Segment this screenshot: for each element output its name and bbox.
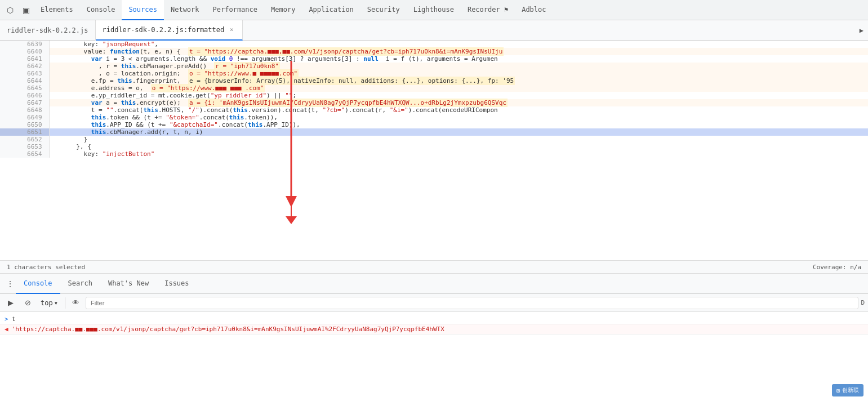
line-number: 6641	[0, 55, 49, 63]
devtools-tab-bar: ⬡ ▣ Elements Console Sources Network Per…	[0, 0, 868, 20]
code-line-6641: 6641 var i = 3 < arguments.length && voi…	[0, 55, 868, 63]
watermark-icon: ⊠	[836, 387, 840, 394]
tab-sources[interactable]: Sources	[122, 0, 164, 20]
file-tab-label: riddler-sdk-0.2.2.js	[7, 26, 88, 34]
execute-btn[interactable]: ▶	[3, 296, 18, 310]
line-content: this.cbManager.add(r, t, n, i)	[49, 128, 868, 136]
tab-recorder[interactable]: Recorder ⚑	[461, 0, 515, 20]
line-number: 6642	[0, 63, 49, 70]
tab-network[interactable]: Network	[164, 0, 206, 20]
tab-elements[interactable]: Elements	[34, 0, 80, 20]
line-number: 6645	[0, 84, 49, 92]
line-number: 6646	[0, 92, 49, 99]
console-input-prompt: >	[5, 315, 8, 323]
code-line-6650: 6650 this.APP_ID && (t += "&captchaId=".…	[0, 121, 868, 128]
line-number: 6647	[0, 99, 49, 106]
selection-status: 1 characters selected	[7, 264, 85, 271]
line-number: 6649	[0, 114, 49, 121]
line-content: this.token && (t += "&token=".concat(thi…	[49, 114, 868, 121]
line-number: 6639	[0, 41, 49, 48]
line-content: e.address = o, o = "https://www.■■■ ■■■ …	[49, 84, 868, 92]
tab-security[interactable]: Security	[360, 0, 407, 20]
file-tab-close-btn[interactable]: ×	[228, 26, 235, 34]
tab-performance[interactable]: Performance	[206, 0, 264, 20]
code-line-6640: 6640 value: function(t, e, n) { t = "htt…	[0, 48, 868, 55]
bottom-tab-bar: ⋮ Console Search What's New Issues	[0, 274, 868, 294]
device-icon[interactable]: ▣	[18, 2, 34, 18]
context-label: top	[41, 299, 53, 307]
default-levels-label: D	[861, 299, 865, 306]
code-line-6642: 6642 , r = this.cbManager.preAdd() r = "…	[0, 63, 868, 70]
bottom-tab-menu-btn[interactable]: ⋮	[5, 274, 16, 294]
line-content: , r = this.cbManager.preAdd() r = "iph71…	[49, 63, 868, 70]
console-result-line: ◀ 'https://captcha.■■.■■■.com/v1/jsonp/c…	[0, 324, 868, 335]
file-tab-unformatted[interactable]: riddler-sdk-0.2.2.js	[0, 20, 96, 41]
console-toolbar: ▶ ⊘ top ▾ 👁 D	[0, 294, 868, 312]
context-dropdown-icon: ▾	[54, 299, 58, 307]
watermark: ⊠ 创新联	[832, 384, 863, 396]
file-tab-bar: riddler-sdk-0.2.2.js riddler-sdk-0.2.2.j…	[0, 20, 868, 41]
code-line-6645: 6645 e.address = o, o = "https://www.■■■…	[0, 84, 868, 92]
tab-adblock[interactable]: Adbloc	[515, 0, 553, 20]
line-number: 6644	[0, 77, 49, 84]
eye-btn[interactable]: 👁	[69, 296, 83, 310]
clear-console-btn[interactable]: ⊘	[20, 296, 35, 310]
line-number: 6653	[0, 143, 49, 150]
tab-application[interactable]: Application	[302, 0, 360, 20]
code-editor: 6639 key: "jsonpRequest", 6640 value: fu…	[0, 41, 868, 260]
code-line-6651: 6651 this.cbManager.add(r, t, n, i)	[0, 128, 868, 136]
code-line-6647: 6647 var a = this.encrypt(e); a = {i: 'm…	[0, 99, 868, 106]
code-line-6654: 6654 key: "injectButton"	[0, 150, 868, 158]
line-number: 6643	[0, 70, 49, 77]
context-selector[interactable]: top ▾	[37, 298, 61, 308]
toolbar-divider	[65, 297, 65, 309]
tab-memory[interactable]: Memory	[264, 0, 302, 20]
watermark-box: ⊠ 创新联	[832, 384, 863, 396]
console-tab-label: Console	[24, 279, 52, 287]
console-output: > t ◀ 'https://captcha.■■.■■■.com/v1/jso…	[0, 312, 868, 385]
console-input-line: > t	[0, 314, 868, 324]
line-number: 6654	[0, 150, 49, 158]
code-scroll-area[interactable]: 6639 key: "jsonpRequest", 6640 value: fu…	[0, 41, 868, 260]
line-content: var i = 3 < arguments.length && void 0 !…	[49, 55, 868, 63]
console-filter-input[interactable]	[86, 297, 858, 309]
console-result-prompt: ◀	[5, 326, 8, 333]
line-content: }, {	[49, 143, 868, 150]
code-line-6648: 6648 t = "".concat(this.HOSTS, "/").conc…	[0, 106, 868, 114]
tab-lighthouse[interactable]: Lighthouse	[407, 0, 461, 20]
issues-tab-label: Issues	[164, 279, 189, 287]
file-tab-formatted-label: riddler-sdk-0.2.2.js:formatted	[103, 26, 225, 34]
line-number: 6650	[0, 121, 49, 128]
line-content: }	[49, 136, 868, 143]
line-number: 6652	[0, 136, 49, 143]
line-content: key: "injectButton"	[49, 150, 868, 158]
line-number: 6648	[0, 106, 49, 114]
tab-console-bottom[interactable]: Console	[16, 274, 60, 294]
code-line-6649: 6649 this.token && (t += "&token=".conca…	[0, 114, 868, 121]
coverage-status: Coverage: n/a	[813, 264, 861, 271]
code-line-6644: 6644 e.fp = this.fingerprint, e = {brows…	[0, 77, 868, 84]
tab-whatsnew-bottom[interactable]: What's New	[100, 274, 157, 294]
line-number: 6651	[0, 128, 49, 136]
watermark-text: 创新联	[842, 386, 859, 394]
whatsnew-tab-label: What's New	[108, 279, 149, 287]
file-tab-formatted[interactable]: riddler-sdk-0.2.2.js:formatted ×	[96, 20, 243, 41]
line-content: var a = this.encrypt(e); a = {i: 'mAnK9g…	[49, 99, 868, 106]
file-tab-forward-arrow[interactable]: ▶	[855, 26, 868, 34]
console-input-text: t	[12, 315, 16, 323]
code-line-6653: 6653 }, {	[0, 143, 868, 150]
line-content: this.APP_ID && (t += "&captchaId=".conca…	[49, 121, 868, 128]
code-table: 6639 key: "jsonpRequest", 6640 value: fu…	[0, 41, 868, 158]
line-content: value: function(t, e, n) { t = "https://…	[49, 48, 868, 55]
tab-console[interactable]: Console	[80, 0, 122, 20]
tab-issues-bottom[interactable]: Issues	[157, 274, 197, 294]
status-bar: 1 characters selected Coverage: n/a	[0, 260, 868, 274]
line-content: t = "".concat(this.HOSTS, "/").concat(th…	[49, 106, 868, 114]
code-line-6652: 6652 }	[0, 136, 868, 143]
tab-search-bottom[interactable]: Search	[60, 274, 100, 294]
console-result-text: 'https://captcha.■■.■■■.com/v1/jsonp/cap…	[12, 326, 444, 333]
line-number: 6640	[0, 48, 49, 55]
cursor-icon[interactable]: ⬡	[2, 2, 18, 18]
search-tab-label: Search	[68, 279, 92, 287]
